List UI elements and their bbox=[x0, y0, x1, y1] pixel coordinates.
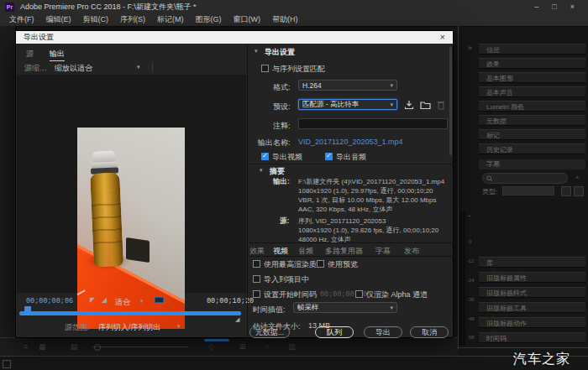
panel-tab-legacy-title-tools[interactable]: 旧版标题工具 bbox=[479, 302, 585, 313]
current-timecode[interactable]: 00;00;00;06 bbox=[26, 297, 73, 305]
checkbox-icon[interactable] bbox=[355, 290, 363, 298]
render-alpha-checkbox[interactable]: 仅渲染 Alpha 通道 bbox=[355, 289, 428, 300]
panel-tab-legacy-title-properties[interactable]: 旧版标题属性 bbox=[479, 272, 585, 283]
divider bbox=[152, 62, 153, 72]
checkbox-icon[interactable] bbox=[317, 260, 324, 268]
panel-tab-legacy-title-styles[interactable]: 旧版标题样式 bbox=[479, 287, 585, 298]
panel-button-2[interactable] bbox=[574, 186, 584, 196]
captions-panel-header[interactable]: 字幕 bbox=[479, 159, 585, 169]
meter-tick: -24 bbox=[467, 278, 475, 283]
panel-tab-history[interactable]: 历史记录 bbox=[479, 143, 585, 154]
panel-tab-libraries[interactable]: 库 bbox=[479, 257, 585, 268]
dialog-titlebar[interactable]: 导出设置 × bbox=[16, 31, 453, 44]
dialog-scrollbar[interactable] bbox=[449, 46, 452, 155]
close-icon[interactable]: × bbox=[570, 3, 575, 11]
premiere-app-window: Pr Adobe Premiere Pro CC 2018 - F:\新建文件夹… bbox=[0, 0, 588, 370]
divider bbox=[0, 356, 588, 357]
zoom-level-dropdown[interactable]: 适合 bbox=[115, 297, 130, 308]
export-audio-checkbox[interactable]: 导出音频 bbox=[325, 152, 366, 163]
time-interpolation-value: 帧采样 bbox=[297, 303, 319, 313]
checkbox-icon[interactable] bbox=[253, 290, 260, 298]
summary-output-line: 1080x1920 (1.0), 29.97fps, 逐行, 00;00;10;… bbox=[298, 186, 433, 195]
set-start-timecode-label: 设置开始时间码 bbox=[264, 290, 317, 299]
cancel-button[interactable]: 取消 bbox=[410, 326, 449, 338]
panel-tab-timecode[interactable]: 时间码 bbox=[479, 332, 585, 343]
export-video-checkbox[interactable]: 导出视频 bbox=[261, 152, 302, 163]
minimize-icon[interactable]: – bbox=[534, 3, 538, 11]
preset-dropdown[interactable]: 匹配源 - 高比特率 ▾ bbox=[298, 99, 397, 110]
meter-tick: -36 bbox=[467, 297, 475, 302]
tools-panel-strip bbox=[0, 26, 16, 357]
tab-output[interactable]: 输出 bbox=[50, 49, 65, 61]
comment-input[interactable] bbox=[298, 118, 448, 129]
checkbox-icon[interactable] bbox=[253, 260, 260, 268]
output-name-link[interactable]: VID_20171120_202053_1.mp4 bbox=[298, 138, 402, 146]
work-area-bar[interactable] bbox=[19, 311, 241, 315]
save-preset-icon[interactable] bbox=[404, 100, 414, 110]
source-range-dropdown[interactable]: 序列切入/序列切出 bbox=[98, 322, 161, 333]
source-range-label: 源范围: bbox=[65, 322, 90, 333]
audio-meter-right bbox=[463, 211, 465, 346]
dialog-close-icon[interactable]: × bbox=[440, 33, 445, 42]
menu-help[interactable]: 帮助(H) bbox=[266, 14, 304, 25]
menu-markers[interactable]: 标记(M) bbox=[151, 14, 190, 25]
scrollbar-thumb[interactable] bbox=[204, 339, 229, 341]
delete-preset-icon[interactable] bbox=[437, 100, 445, 110]
panel-tab-essential-sound[interactable]: 基本声音 bbox=[479, 86, 585, 97]
time-interpolation-dropdown[interactable]: 帧采样 ▾ bbox=[293, 302, 397, 313]
set-start-timecode-checkbox[interactable]: 设置开始时间码 bbox=[253, 289, 317, 300]
section-chevron-icon[interactable]: ▾ bbox=[260, 167, 263, 174]
type-filter-dropdown[interactable] bbox=[502, 186, 554, 195]
in-point-icon[interactable]: ◤ bbox=[90, 296, 95, 304]
export-button[interactable]: 导出 bbox=[364, 326, 402, 338]
maximize-icon[interactable]: □ bbox=[552, 3, 556, 11]
tab-source[interactable]: 源 bbox=[26, 49, 34, 60]
match-sequence-checkbox[interactable]: 与序列设置匹配 bbox=[261, 64, 325, 75]
menu-window[interactable]: 窗口(W) bbox=[228, 14, 267, 25]
zoom-slider-knob[interactable] bbox=[94, 344, 101, 351]
menu-clip[interactable]: 剪辑(C) bbox=[77, 14, 115, 25]
output-monitor-icon[interactable] bbox=[154, 296, 165, 305]
meter-tick: -48 bbox=[467, 316, 475, 321]
out-point-icon[interactable]: ◢ bbox=[102, 296, 107, 304]
panel-tab-effects[interactable]: 效果 bbox=[479, 58, 585, 69]
divider bbox=[249, 256, 454, 257]
app-titlebar: Pr Adobe Premiere Pro CC 2018 - F:\新建文件夹… bbox=[0, 0, 588, 13]
divider bbox=[249, 164, 454, 164]
checkbox-icon[interactable] bbox=[253, 275, 260, 283]
panel-tab-markers[interactable]: 标记 bbox=[479, 129, 585, 140]
queue-button[interactable]: 队列 bbox=[315, 326, 354, 338]
panel-button-1[interactable] bbox=[561, 186, 571, 196]
use-previews-checkbox[interactable]: 使用预览 bbox=[317, 259, 358, 270]
panel-search-input[interactable] bbox=[482, 173, 568, 184]
format-dropdown[interactable]: H.264 ▾ bbox=[298, 80, 397, 91]
chevron-down-icon: ▾ bbox=[137, 64, 140, 70]
menu-file[interactable]: 文件(F) bbox=[3, 14, 40, 25]
divider bbox=[249, 242, 454, 243]
search-add-icon[interactable]: + bbox=[575, 174, 580, 181]
resize-handle-icon[interactable]: ◢ bbox=[235, 316, 239, 323]
menu-sequence[interactable]: 序列(S) bbox=[114, 14, 151, 25]
checkbox-icon[interactable] bbox=[261, 65, 269, 72]
checkbox-checked-icon[interactable] bbox=[261, 153, 269, 160]
menu-edit[interactable]: 编辑(E) bbox=[40, 14, 77, 25]
max-render-quality-checkbox[interactable]: 使用最高渲染质量 bbox=[253, 259, 324, 270]
menu-graphics[interactable]: 图形(G) bbox=[190, 14, 228, 25]
comment-label: 注释: bbox=[273, 121, 291, 132]
panel-tab-essential-graphics[interactable]: 基本图形 bbox=[479, 72, 585, 83]
import-preset-folder-icon[interactable] bbox=[420, 100, 431, 110]
chevron-down-icon: ▾ bbox=[140, 298, 144, 305]
dialog-title: 导出设置 bbox=[24, 32, 54, 43]
zoom-slider[interactable] bbox=[92, 347, 189, 347]
collapse-dock-icon[interactable]: » bbox=[468, 44, 472, 52]
panel-tab-info[interactable]: 信息 bbox=[479, 44, 585, 55]
checkbox-checked-icon[interactable] bbox=[325, 153, 333, 160]
source-scaling-dropdown[interactable]: 缩放以适合 bbox=[55, 63, 92, 74]
search-icon bbox=[486, 175, 493, 182]
panel-tab-legacy-title-actions[interactable]: 旧版标题动作 bbox=[479, 317, 585, 328]
import-into-project-checkbox[interactable]: 导入到项目中 bbox=[253, 274, 309, 285]
panel-tab-lumetri-color[interactable]: Lumetri 颜色 bbox=[479, 101, 585, 112]
section-chevron-icon[interactable]: ▾ bbox=[255, 48, 258, 55]
metadata-button[interactable]: 元数据... bbox=[249, 326, 290, 338]
panel-tab-metadata[interactable]: 元数据 bbox=[479, 115, 585, 126]
